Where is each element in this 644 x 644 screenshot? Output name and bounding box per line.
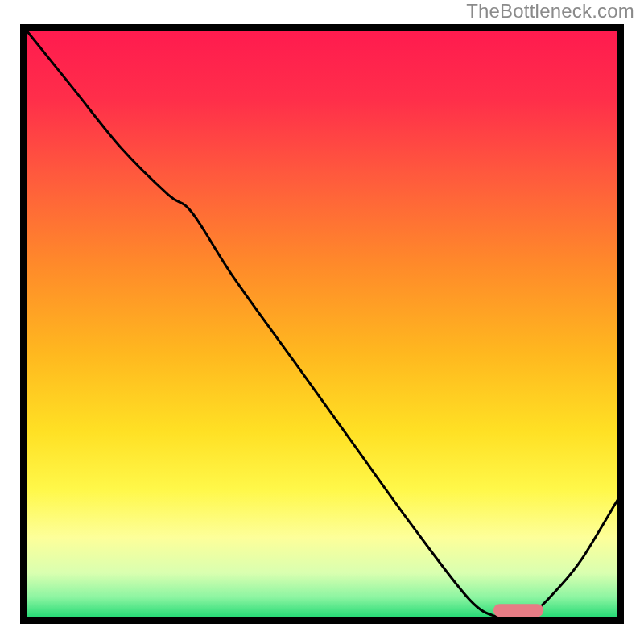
- optimal-range-marker: [493, 604, 543, 617]
- gradient-background: [23, 27, 621, 621]
- bottleneck-chart: [0, 0, 644, 644]
- chart-container: TheBottleneck.com: [0, 0, 644, 644]
- watermark-text: TheBottleneck.com: [466, 0, 634, 23]
